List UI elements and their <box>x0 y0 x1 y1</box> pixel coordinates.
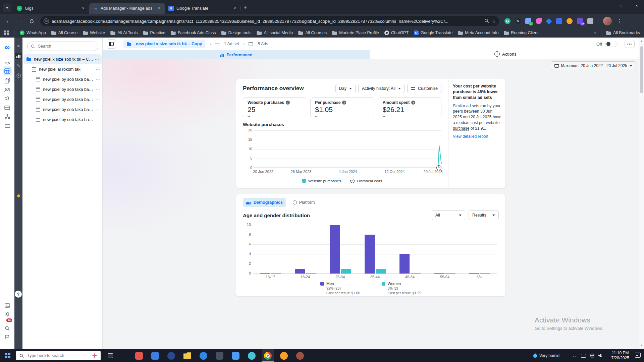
scroll-up-icon[interactable]: ▲ <box>639 40 644 43</box>
app-lightblue-icon[interactable] <box>229 349 241 362</box>
bookmark-item[interactable]: Facebook Ads Class <box>171 31 216 35</box>
bookmark-item[interactable]: All Course <box>51 31 78 35</box>
close-panel-icon[interactable]: × <box>14 42 22 50</box>
forward-button[interactable]: → <box>15 16 25 26</box>
pages-icon[interactable] <box>0 76 14 85</box>
feather-icon[interactable] <box>536 18 542 24</box>
media-icon[interactable] <box>0 301 14 310</box>
page-scrollbar[interactable]: ▲ ▼ <box>639 38 644 349</box>
day-dropdown[interactable]: Day <box>335 84 356 93</box>
close-button[interactable]: × <box>629 0 644 11</box>
browser-menu-icon[interactable]: ⋮ <box>617 18 622 24</box>
bookmark-item[interactable]: Running Client <box>504 31 538 35</box>
search-rail-icon[interactable] <box>0 324 14 333</box>
tab-close-icon[interactable]: × <box>80 6 86 11</box>
orange-dot-icon[interactable] <box>567 18 573 24</box>
date-range-button[interactable]: Maximum: 20 Jun 2022 - 20 Jul 2025 <box>551 61 636 70</box>
mail-icon[interactable] <box>213 349 225 362</box>
chart-tool-icon[interactable] <box>14 52 22 60</box>
customise-button[interactable]: Customise <box>407 84 441 93</box>
tab-ads-manager[interactable]: ∞ Ads Manager - Manage ads - C × <box>89 3 165 14</box>
row-menu-button[interactable]: ••• <box>96 98 100 101</box>
actions-button[interactable]: ↑ Actions <box>494 51 517 57</box>
reload-button[interactable] <box>27 16 36 26</box>
address-bar[interactable]: adsmanager.facebook.com/adsmanager/manag… <box>40 16 499 26</box>
bookmark-item[interactable]: All Ai Tools <box>110 31 138 35</box>
tab-demographics[interactable]: Demographics <box>243 198 286 207</box>
scroll-down-icon[interactable]: ▼ <box>639 344 644 347</box>
tab-close-icon[interactable]: × <box>232 6 237 11</box>
task-view-button[interactable] <box>105 351 116 360</box>
app-teal-icon[interactable] <box>246 349 258 362</box>
sidebar-item-ad[interactable]: new pixel by sob taka bak pack - C...••• <box>22 84 103 95</box>
tab-platform[interactable]: Platform <box>289 198 318 207</box>
bookmark-item[interactable]: Practice <box>143 31 165 35</box>
sidebar-item-ad[interactable]: new pixel by sob taka bak pack••• <box>22 115 103 125</box>
bookmark-star-icon[interactable]: ☆ <box>492 19 496 24</box>
tab-search-button[interactable]: ▾ <box>3 3 11 12</box>
app-blue-icon[interactable] <box>149 349 161 362</box>
metric-select[interactable]: Results <box>469 210 499 220</box>
profile-avatar[interactable] <box>603 17 612 25</box>
app-darkblue-circle-icon[interactable] <box>165 349 177 362</box>
help-button[interactable]: ? <box>15 291 22 298</box>
bookmark-item[interactable]: WhatsApp <box>20 31 46 35</box>
dev-tool-icon[interactable]: 1 <box>525 18 531 24</box>
minimize-button[interactable]: — <box>600 0 614 11</box>
flag-icon[interactable] <box>0 333 14 341</box>
tab-close-icon[interactable]: × <box>156 6 162 11</box>
new-tab-button[interactable]: + <box>244 4 247 11</box>
hidden-icons-chevron[interactable]: ︿ <box>573 353 577 359</box>
campaigns-table-icon[interactable] <box>0 67 14 75</box>
meta-logo-icon[interactable]: ∞ <box>0 43 14 52</box>
bookmark-item[interactable]: Google Translate <box>414 31 452 35</box>
scrollbar-thumb[interactable] <box>640 46 643 93</box>
apps-grid-icon[interactable] <box>4 31 9 35</box>
bookmark-item[interactable]: Markete Place Profile <box>332 31 379 35</box>
taskbar-clock[interactable]: 11:10 PM 7/20/2025 <box>611 349 629 362</box>
volume-icon[interactable] <box>598 354 603 358</box>
search-highlights-icon[interactable] <box>92 353 97 358</box>
bookmark-item[interactable]: Meta Account Info <box>458 31 498 35</box>
info-icon[interactable]: i <box>411 101 415 105</box>
row-menu-button[interactable]: ••• <box>96 78 100 81</box>
collapse-panel-button[interactable] <box>107 39 116 49</box>
all-tools-menu-icon[interactable] <box>0 122 14 130</box>
puzzle-icon[interactable] <box>587 18 593 24</box>
campaign-toggle[interactable] <box>605 41 618 47</box>
breadcrumb-campaign[interactable]: new pixel x size sob tk bk – Copy <box>123 40 205 48</box>
taskbar-search-input[interactable] <box>26 353 89 358</box>
touch-keyboard-icon[interactable] <box>581 354 586 358</box>
bookmarks-overflow-icon[interactable]: » <box>594 31 596 36</box>
action-center-icon[interactable] <box>635 353 641 358</box>
tab-google-translate[interactable]: G Google Translate × <box>165 3 241 14</box>
row-menu-button[interactable]: ••• <box>96 68 100 71</box>
tab-gigs[interactable]: fi Gigs × <box>13 3 89 14</box>
weather-widget[interactable]: Very humid <box>533 349 559 362</box>
billing-icon[interactable] <box>0 103 14 112</box>
firefox-icon[interactable] <box>278 349 290 362</box>
all-bookmarks-button[interactable]: All Bookmarks <box>606 31 640 35</box>
activity-history-dropdown[interactable]: Activity history: All <box>358 84 405 93</box>
purple-ext-icon[interactable]: 10 <box>577 18 583 24</box>
maximize-button[interactable]: □ <box>614 0 629 11</box>
info-icon[interactable]: i <box>286 101 290 105</box>
show-desktop-button[interactable] <box>642 349 644 362</box>
audiences-icon[interactable] <box>0 85 14 94</box>
grammarly-icon[interactable]: G <box>504 18 511 24</box>
row-menu-button[interactable]: ••• <box>96 88 100 91</box>
file-explorer-icon[interactable] <box>181 349 193 362</box>
network-icon[interactable] <box>590 354 594 358</box>
tab-performance[interactable]: Performance <box>103 50 370 59</box>
more-options-button[interactable]: ••• <box>625 40 635 48</box>
sidebar-search[interactable] <box>27 42 98 51</box>
breadcrumb-adset[interactable]: 1 Ad set <box>215 42 239 46</box>
app-orange-icon[interactable] <box>133 349 145 362</box>
blue-diamond-icon[interactable] <box>546 18 552 24</box>
app-brown-icon[interactable] <box>294 349 306 362</box>
pen-picker-icon[interactable]: ✎ <box>515 18 521 24</box>
bookmark-item[interactable]: Website <box>83 31 105 35</box>
search-in-page-icon[interactable] <box>484 18 489 24</box>
sidebar-item-campaign[interactable]: new pixel x size sob tk bk – Copy ••• <box>23 54 102 64</box>
breakdown-select[interactable]: All <box>432 210 465 220</box>
